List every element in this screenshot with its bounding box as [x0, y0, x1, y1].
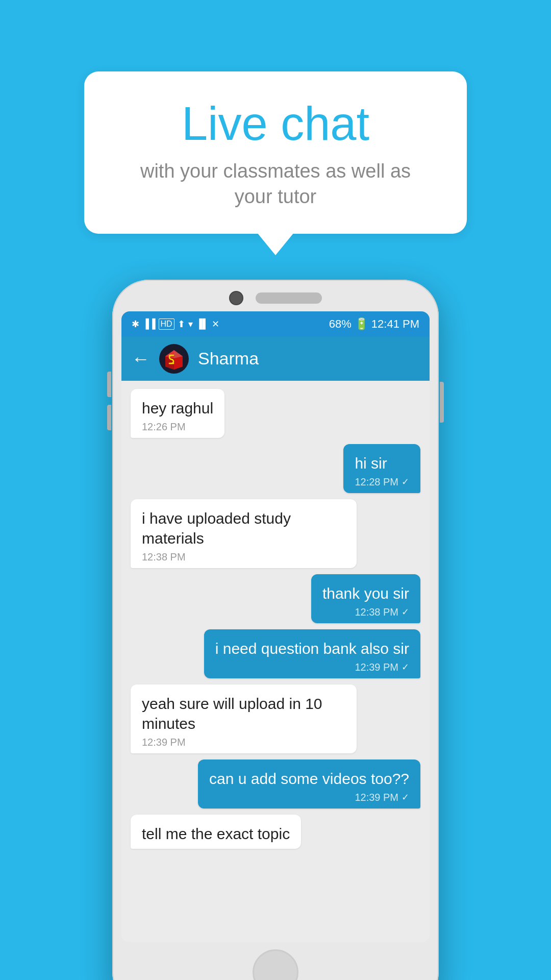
x-icon: ✕ [212, 318, 219, 330]
cellular-icon: ▐▌ [196, 318, 209, 329]
message-meta: 12:39 PM ✓ [215, 662, 409, 673]
avatar [159, 344, 189, 374]
battery-percent: 68% [329, 317, 352, 331]
power-button [440, 382, 444, 423]
delivered-icon: ✓ [402, 662, 409, 673]
status-right: 68% 🔋 12:41 PM [329, 317, 419, 331]
message-received: hey raghul 12:26 PM [131, 389, 224, 438]
message-text: thank you sir [322, 583, 409, 603]
message-time: 12:38 PM [355, 606, 398, 618]
message-time: 12:39 PM [142, 737, 345, 748]
message-sent: thank you sir 12:38 PM ✓ [311, 574, 420, 623]
status-bar: ✱ ▐▐ HD ⬆ ▾ ▐▌ ✕ 68% 🔋 12:41 PM [121, 311, 430, 337]
phone-top-hardware [121, 291, 430, 305]
volume-up-button [107, 372, 111, 397]
message-sent: i need question bank also sir 12:39 PM ✓ [204, 629, 420, 678]
message-meta: 12:28 PM ✓ [355, 476, 409, 488]
chat-header: ← Sharma [121, 337, 430, 381]
message-time: 12:26 PM [142, 421, 213, 433]
volume-down-button [107, 405, 111, 430]
clock: 12:41 PM [371, 317, 419, 331]
phone-screen: ✱ ▐▐ HD ⬆ ▾ ▐▌ ✕ 68% 🔋 12:41 PM ← [121, 311, 430, 942]
contact-name: Sharma [198, 349, 259, 369]
data-icon: ⬆ [178, 318, 185, 330]
message-text: i need question bank also sir [215, 639, 409, 658]
delivered-icon: ✓ [402, 792, 409, 803]
signal-icon: ▐▐ [142, 318, 156, 329]
delivered-icon: ✓ [402, 476, 409, 487]
home-button[interactable] [253, 949, 298, 980]
message-text: i have uploaded study materials [142, 508, 345, 548]
phone-mockup: ✱ ▐▐ HD ⬆ ▾ ▐▌ ✕ 68% 🔋 12:41 PM ← [112, 280, 439, 980]
message-meta: 12:39 PM ✓ [209, 792, 409, 803]
message-meta: 12:38 PM ✓ [322, 606, 409, 618]
message-time: 12:39 PM [355, 662, 398, 673]
promo-title: Live chat [120, 98, 431, 150]
promo-card: Live chat with your classmates as well a… [84, 71, 467, 234]
message-received: tell me the exact topic [131, 815, 301, 849]
phone-body: ✱ ▐▐ HD ⬆ ▾ ▐▌ ✕ 68% 🔋 12:41 PM ← [112, 280, 439, 980]
message-text: hi sir [355, 453, 409, 473]
back-button[interactable]: ← [132, 348, 150, 370]
promo-subtitle: with your classmates as well as your tut… [120, 159, 431, 209]
message-time: 12:28 PM [355, 476, 398, 488]
message-received: i have uploaded study materials 12:38 PM [131, 499, 357, 568]
wifi-icon: ▾ [188, 318, 193, 330]
message-time: 12:38 PM [142, 551, 345, 563]
message-text: can u add some videos too?? [209, 769, 409, 789]
bluetooth-icon: ✱ [132, 318, 139, 330]
message-sent: can u add some videos too?? 12:39 PM ✓ [198, 760, 420, 808]
message-time: 12:39 PM [355, 792, 398, 803]
message-sent: hi sir 12:28 PM ✓ [343, 444, 420, 493]
message-text: yeah sure will upload in 10 minutes [142, 694, 345, 733]
message-text: hey raghul [142, 398, 213, 418]
speaker [256, 292, 322, 304]
hd-icon: HD [159, 318, 174, 330]
delivered-icon: ✓ [402, 606, 409, 618]
camera [229, 291, 243, 305]
status-left-icons: ✱ ▐▐ HD ⬆ ▾ ▐▌ ✕ [132, 318, 219, 330]
message-text: tell me the exact topic [142, 824, 290, 844]
chat-messages-area[interactable]: hey raghul 12:26 PM hi sir 12:28 PM ✓ i … [121, 381, 430, 942]
message-received: yeah sure will upload in 10 minutes 12:3… [131, 684, 357, 753]
battery-icon: 🔋 [355, 317, 368, 331]
